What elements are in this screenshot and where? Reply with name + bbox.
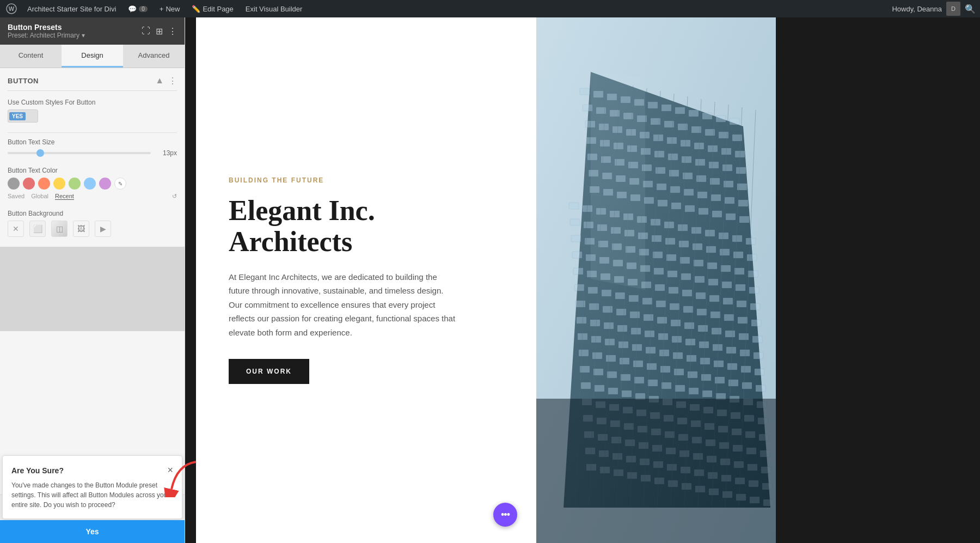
bg-video-option[interactable]: ▶ <box>95 221 111 237</box>
svg-rect-138 <box>667 271 677 277</box>
reset-color-icon[interactable]: ↺ <box>172 193 177 200</box>
color-swatch-blue[interactable] <box>84 178 96 190</box>
collapse-icon[interactable]: ▲ <box>155 76 164 86</box>
site-name-text: Architect Starter Site for Divi <box>27 5 116 13</box>
hero-cta-button[interactable]: OUR WORK <box>229 359 309 384</box>
color-swatch-yellow[interactable] <box>53 178 65 190</box>
color-swatches: ✎ <box>8 178 177 190</box>
hero-section: BUILDING THE FUTURE Elegant Inc. Archite… <box>196 17 536 543</box>
saved-colors-tab[interactable]: Saved <box>8 193 24 200</box>
svg-rect-75 <box>725 197 734 204</box>
svg-rect-163 <box>629 295 639 302</box>
recent-colors-tab[interactable]: Recent <box>55 193 74 200</box>
user-greeting: Howdy, Deanna <box>892 5 942 13</box>
toggle-yes-option: YES <box>9 112 26 120</box>
svg-rect-198 <box>726 347 736 353</box>
color-picker-icon[interactable]: ✎ <box>114 178 126 190</box>
text-size-label: Button Text Size <box>8 138 177 146</box>
svg-rect-185 <box>739 333 749 340</box>
exit-builder-link[interactable]: Exit Visual Builder <box>242 3 306 15</box>
color-swatch-green[interactable] <box>69 178 81 190</box>
svg-rect-81 <box>644 197 654 204</box>
svg-rect-15 <box>716 115 726 122</box>
svg-rect-220 <box>647 363 657 370</box>
svg-rect-219 <box>633 361 643 367</box>
tab-design[interactable]: Design <box>62 45 123 68</box>
new-link[interactable]: + New <box>156 3 183 15</box>
svg-rect-10 <box>648 102 658 108</box>
svg-rect-49 <box>695 159 705 166</box>
color-tabs: Saved Global Recent ↺ <box>8 193 177 200</box>
svg-rect-229 <box>580 366 590 373</box>
more-options-icon[interactable]: ⋮ <box>168 26 177 36</box>
svg-rect-178 <box>644 314 653 321</box>
svg-rect-246 <box>622 391 632 397</box>
svg-rect-116 <box>747 254 757 261</box>
bg-color-option[interactable]: ⬜ <box>29 221 46 237</box>
color-swatch-orange[interactable] <box>38 178 50 190</box>
color-swatch-gray[interactable] <box>8 178 20 190</box>
bg-options: ✕ ⬜ ◫ 🖼 ▶ <box>8 221 177 237</box>
svg-rect-14 <box>702 113 712 119</box>
custom-styles-toggle[interactable]: YES <box>8 109 38 123</box>
svg-rect-222 <box>674 369 684 375</box>
svg-rect-213 <box>741 366 751 373</box>
svg-rect-127 <box>707 263 717 269</box>
yes-button[interactable]: Yes <box>0 520 185 543</box>
panel-title: Button Presets <box>8 23 85 32</box>
wordpress-logo[interactable]: W <box>4 2 19 16</box>
fab-button[interactable]: ••• <box>493 503 517 527</box>
svg-rect-113 <box>706 246 716 253</box>
tab-content[interactable]: Content <box>0 45 62 68</box>
svg-rect-112 <box>693 243 702 250</box>
svg-rect-158 <box>750 303 760 310</box>
svg-rect-184 <box>725 331 735 337</box>
svg-rect-157 <box>737 301 746 307</box>
user-avatar[interactable]: D <box>946 2 960 16</box>
svg-rect-225 <box>715 377 725 383</box>
svg-rect-206 <box>646 347 656 353</box>
search-icon[interactable]: 🔍 <box>965 4 976 14</box>
global-colors-tab[interactable]: Global <box>31 193 48 200</box>
site-name-link[interactable]: Architect Starter Site for Divi <box>24 3 119 15</box>
svg-rect-165 <box>656 301 666 307</box>
use-custom-styles-field: Use Custom Styles For Button YES <box>8 99 177 123</box>
section-more-icon[interactable]: ⋮ <box>168 76 177 86</box>
text-size-slider[interactable] <box>8 152 151 154</box>
columns-icon[interactable]: ⊞ <box>156 26 163 36</box>
confirm-title: Are You Sure? <box>11 466 64 475</box>
svg-rect-226 <box>728 380 738 386</box>
svg-rect-171 <box>738 317 748 324</box>
svg-rect-139 <box>681 273 691 280</box>
svg-rect-115 <box>733 252 743 258</box>
svg-rect-162 <box>615 292 625 299</box>
svg-rect-156 <box>723 298 733 304</box>
svg-rect-217 <box>606 355 616 362</box>
svg-rect-238 <box>702 391 712 397</box>
svg-rect-212 <box>727 363 737 370</box>
svg-rect-181 <box>684 322 694 329</box>
edit-page-link[interactable]: ✏️ Edit Page <box>188 3 236 15</box>
svg-rect-180 <box>671 320 681 326</box>
svg-rect-237 <box>689 388 699 394</box>
admin-bar: W Architect Starter Site for Divi 💬 0 + … <box>0 0 980 17</box>
svg-rect-13 <box>689 110 699 117</box>
color-swatch-purple[interactable] <box>99 178 111 190</box>
svg-rect-234 <box>648 380 658 386</box>
bg-gradient-option[interactable]: ◫ <box>51 221 68 237</box>
bg-none-option[interactable]: ✕ <box>8 221 24 237</box>
svg-rect-208 <box>673 352 683 359</box>
color-swatch-red[interactable] <box>23 178 35 190</box>
svg-rect-192 <box>645 331 654 337</box>
plus-icon: + <box>160 5 164 13</box>
preset-selector[interactable]: Preset: Architect Primary ▾ <box>8 32 85 39</box>
svg-rect-166 <box>670 303 679 310</box>
bg-image-option[interactable]: 🖼 <box>73 221 89 237</box>
comments-link[interactable]: 💬 0 <box>125 3 151 15</box>
tab-advanced[interactable]: Advanced <box>123 45 185 68</box>
svg-rect-189 <box>604 322 614 329</box>
fullscreen-icon[interactable]: ⛶ <box>142 26 150 36</box>
left-panel: Button Presets Preset: Architect Primary… <box>0 17 185 543</box>
svg-rect-137 <box>654 268 664 274</box>
svg-rect-103 <box>570 219 580 225</box>
